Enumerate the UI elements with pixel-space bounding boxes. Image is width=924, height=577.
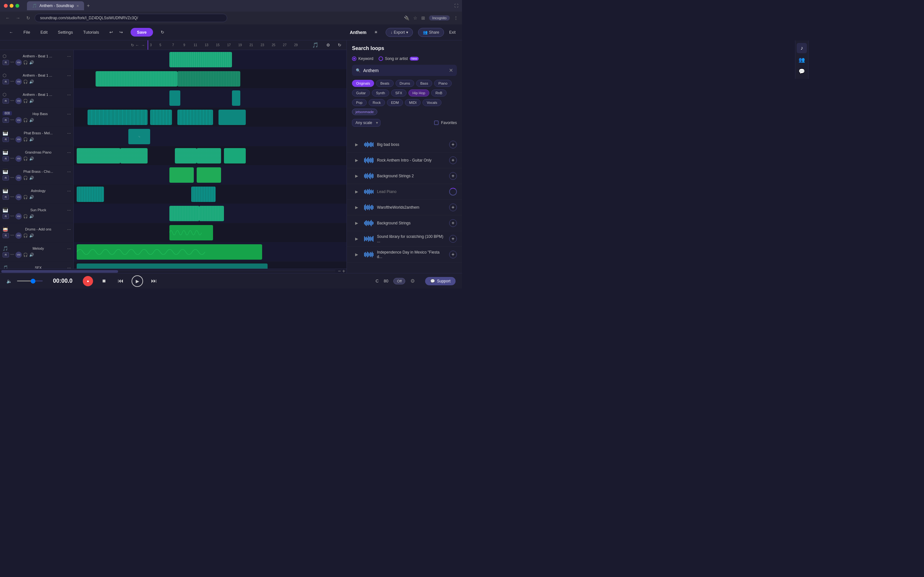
incognito-label[interactable]: Incognito <box>429 15 450 21</box>
maximize-window-btn[interactable] <box>15 4 19 8</box>
clip-8-1[interactable] <box>77 187 104 202</box>
forward-btn[interactable]: → <box>14 14 22 22</box>
track-10-knob[interactable]: Vol <box>15 232 22 239</box>
filter-rock[interactable]: Rock <box>368 99 385 106</box>
track-3-headphone-icon[interactable]: 🎧 <box>23 99 28 103</box>
track-10-mute-icon[interactable]: 🔊 <box>29 234 34 238</box>
filter-edm[interactable]: EDM <box>387 99 403 106</box>
loop-item-2[interactable]: ▶ Background Strings 2 + <box>347 168 462 184</box>
loop-item-0[interactable]: ▶ Big bad boss + <box>347 137 462 153</box>
volume-slider[interactable] <box>17 280 43 282</box>
clip-6-4[interactable] <box>197 148 221 163</box>
scroll-left[interactable]: ← <box>136 43 139 47</box>
address-input[interactable] <box>35 14 227 22</box>
active-tab[interactable]: 🎵 Anthem - Soundtrap ✕ <box>27 1 84 10</box>
filter-guitar[interactable]: Guitar <box>352 89 370 97</box>
track-11-knob[interactable]: Vol <box>15 251 22 258</box>
clip-3-1[interactable] <box>170 90 180 106</box>
clip-4-1[interactable] <box>87 110 148 125</box>
scroll-right[interactable]: → <box>141 43 145 47</box>
clip-6-5[interactable] <box>224 148 246 163</box>
loop-add-1[interactable]: + <box>449 156 457 164</box>
track-11-mute-icon[interactable]: 🔊 <box>29 253 34 257</box>
track-8-headphone-icon[interactable]: 🎧 <box>23 195 28 199</box>
zoom-out-btn[interactable]: − <box>338 268 341 274</box>
clip-6-3[interactable] <box>175 148 197 163</box>
save-btn[interactable]: Save <box>131 28 153 37</box>
clip-11-1[interactable] <box>77 244 262 259</box>
loop-add-4[interactable]: + <box>449 203 457 211</box>
loop-item-4[interactable]: ▶ WaroftheWorlds2anthem + <box>347 200 462 215</box>
loop-play-4[interactable]: ▶ <box>352 203 361 212</box>
track-2-r-btn[interactable]: R <box>3 79 9 84</box>
loop-play-3[interactable]: ▶ <box>352 187 361 196</box>
filter-sfx[interactable]: SFX <box>391 89 406 97</box>
track-6-r-btn[interactable]: R <box>3 156 9 161</box>
loop-item-1[interactable]: ▶ Rock Anthem Intro - Guitar Only + <box>347 153 462 168</box>
filter-piano[interactable]: Piano <box>434 80 451 87</box>
filter-beats[interactable]: Beats <box>376 80 393 87</box>
clip-7-1[interactable] <box>170 167 194 183</box>
scale-select[interactable]: Any scale <box>352 119 381 127</box>
clip-4-2[interactable] <box>150 110 172 125</box>
clip-3-2[interactable] <box>232 90 240 106</box>
track-7-mute-icon[interactable]: 🔊 <box>29 176 34 180</box>
clip-9-2[interactable] <box>199 206 224 221</box>
filter-bass[interactable]: Bass <box>416 80 432 87</box>
clip-12-1[interactable] <box>77 263 268 269</box>
track-1-r-btn[interactable]: R <box>3 60 9 65</box>
track-11-headphone-icon[interactable]: 🎧 <box>23 253 28 257</box>
track-3-r-btn[interactable]: R <box>3 98 9 103</box>
loop-play-1[interactable]: ▶ <box>352 156 361 165</box>
stop-btn[interactable]: ■ <box>98 276 110 287</box>
edit-menu-btn[interactable]: Edit <box>38 29 50 36</box>
timeline-undo-btn[interactable]: ↻ <box>335 41 344 49</box>
metronome-btn[interactable]: 🎵 <box>310 41 321 49</box>
undo-btn[interactable]: ↩ <box>107 29 115 36</box>
refresh-btn[interactable]: ↻ <box>24 14 32 22</box>
loop-item-3[interactable]: ▶ Lead Piano <box>347 184 462 200</box>
loop-add-7[interactable]: + <box>449 251 457 258</box>
track-10-more[interactable]: ··· <box>67 227 71 232</box>
refresh-project-btn[interactable]: ↻ <box>158 29 167 36</box>
track-11-more[interactable]: ··· <box>67 246 71 251</box>
favorites-check[interactable]: Favorites <box>434 121 457 125</box>
track-8-knob[interactable]: Vol <box>15 194 22 200</box>
settings-menu-btn[interactable]: Settings <box>55 29 75 36</box>
track-2-knob[interactable]: Vol <box>15 79 22 85</box>
filter-pop[interactable]: Pop <box>352 99 367 106</box>
minimize-window-btn[interactable] <box>10 4 13 8</box>
track-2-more[interactable]: ··· <box>67 73 71 78</box>
track-5-r-btn[interactable]: R <box>3 137 9 142</box>
track-12-more[interactable]: ··· <box>67 265 71 269</box>
export-btn[interactable]: ↓ Export ▾ <box>386 28 413 37</box>
clip-6-1[interactable] <box>77 148 120 163</box>
track-9-mute-icon[interactable]: 🔊 <box>29 214 34 219</box>
creator-badge[interactable]: jetsonmade <box>352 109 377 115</box>
search-input[interactable] <box>363 68 446 73</box>
keyword-radio[interactable]: Keyword <box>352 56 373 61</box>
track-9-r-btn[interactable]: R <box>3 214 9 219</box>
song-artist-radio[interactable]: Song or artist New <box>379 56 419 61</box>
track-8-more[interactable]: ··· <box>67 188 71 193</box>
loop-add-6[interactable]: + <box>449 235 457 243</box>
tutorials-menu-btn[interactable]: Tutorials <box>81 29 102 36</box>
track-4-more[interactable]: ··· <box>67 111 71 116</box>
theme-toggle-btn[interactable]: ☀ <box>372 29 381 36</box>
play-btn[interactable]: ▶ <box>132 276 143 287</box>
track-5-mute-icon[interactable]: 🔊 <box>29 137 34 142</box>
clip-2-1[interactable] <box>95 71 178 87</box>
clip-9-1[interactable] <box>170 206 200 221</box>
loop-item-6[interactable]: ▶ Sound library for scratching (100 BPM)… <box>347 231 462 247</box>
loop-add-2[interactable]: + <box>449 172 457 180</box>
clip-2-2[interactable] <box>178 71 240 87</box>
support-btn[interactable]: 💬 Support <box>425 277 456 285</box>
track-6-knob[interactable]: Vol <box>15 155 22 162</box>
track-9-more[interactable]: ··· <box>67 207 71 213</box>
track-6-mute-icon[interactable]: 🔊 <box>29 156 34 161</box>
track-3-mute-icon[interactable]: 🔊 <box>29 99 34 103</box>
track-7-r-btn[interactable]: R <box>3 175 9 181</box>
track-1-headphone-icon[interactable]: 🎧 <box>23 60 28 65</box>
loop-play-7[interactable]: ▶ <box>352 250 361 259</box>
loop-play-2[interactable]: ▶ <box>352 171 361 181</box>
